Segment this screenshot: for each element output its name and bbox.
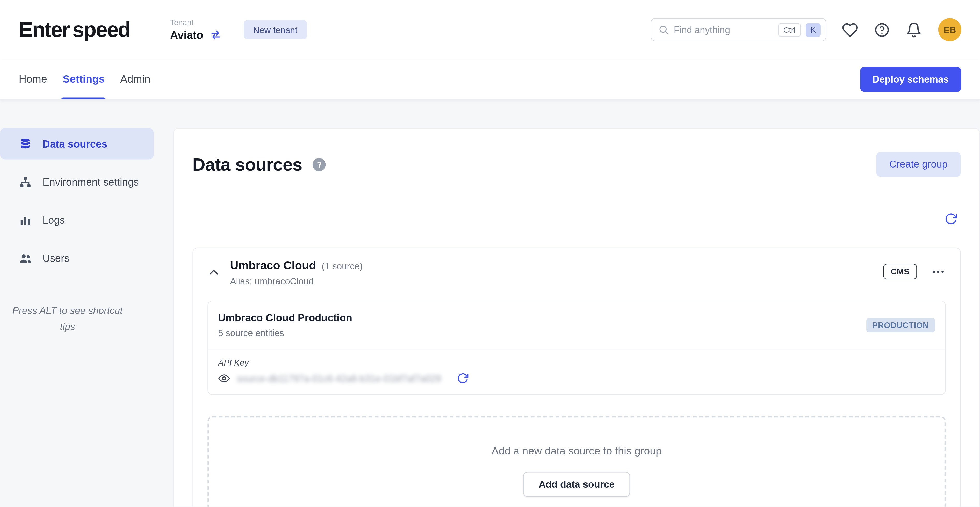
- group-alias: Alias: umbracoCloud: [230, 276, 363, 286]
- heart-icon: [842, 22, 858, 38]
- content-area: Data sources Environment settings: [0, 100, 980, 507]
- search-input[interactable]: [674, 24, 773, 35]
- sidebar-item-label: Users: [43, 252, 69, 264]
- page-title: Data sources: [192, 154, 302, 175]
- tenant-name: Aviato: [170, 29, 203, 42]
- sidebar-item-logs[interactable]: Logs: [0, 204, 154, 236]
- source-name: Umbraco Cloud Production: [218, 312, 352, 324]
- group-more-menu-icon[interactable]: [931, 264, 946, 279]
- sidebar-item-users[interactable]: Users: [0, 242, 154, 274]
- avatar[interactable]: EB: [938, 18, 961, 41]
- bar-chart-icon: [19, 213, 32, 227]
- sidebar-item-label: Data sources: [43, 138, 107, 150]
- reveal-api-key-icon[interactable]: [218, 372, 230, 384]
- shortcut-k-badge: K: [805, 23, 821, 37]
- logo-text-enter: Enter: [19, 17, 69, 41]
- shortcut-ctrl-badge: Ctrl: [778, 23, 800, 37]
- main-nav: Home Settings Admin Deploy schemas: [0, 59, 980, 100]
- users-icon: [19, 251, 32, 265]
- add-data-source-area: Add a new data source to this group Add …: [207, 416, 945, 507]
- data-source-card: Umbraco Cloud Production 5 source entiti…: [207, 300, 945, 395]
- api-key-value: source-db11797a-01c6-42a8-b31e-01bf7af7a…: [237, 373, 441, 384]
- sidebar-item-label: Logs: [43, 214, 65, 226]
- collapse-group-icon[interactable]: [207, 266, 220, 279]
- enterspeed-logo[interactable]: Enterspeed: [19, 17, 130, 42]
- add-data-source-prompt: Add a new data source to this group: [209, 445, 945, 457]
- favorites-button[interactable]: [842, 22, 858, 38]
- sidebar-item-data-sources[interactable]: Data sources: [0, 128, 154, 159]
- tab-home-label: Home: [19, 73, 47, 86]
- new-tenant-button[interactable]: New tenant: [244, 20, 307, 39]
- tab-settings-label: Settings: [63, 73, 105, 86]
- regenerate-api-key-icon[interactable]: [457, 372, 468, 384]
- sidebar-item-label: Environment settings: [43, 176, 139, 188]
- tenant-label: Tenant: [170, 18, 221, 27]
- logo-text-speed: speed: [73, 17, 130, 41]
- refresh-list-icon[interactable]: [945, 213, 958, 226]
- search-box[interactable]: Ctrl K: [651, 18, 826, 41]
- environment-badge: PRODUCTION: [866, 318, 935, 332]
- top-header: Enterspeed Tenant Aviato New tenant Ctrl…: [0, 0, 980, 59]
- group-name: Umbraco Cloud: [230, 259, 316, 272]
- tab-admin-label: Admin: [120, 73, 150, 86]
- bell-icon: [906, 22, 922, 38]
- tab-settings[interactable]: Settings: [63, 59, 105, 99]
- deploy-schemas-button[interactable]: Deploy schemas: [860, 67, 961, 92]
- group-type-badge: CMS: [883, 264, 917, 279]
- sidebar-item-environment-settings[interactable]: Environment settings: [0, 166, 154, 197]
- page-help-icon[interactable]: ?: [313, 158, 326, 171]
- database-icon: [19, 137, 32, 151]
- help-button[interactable]: [874, 22, 890, 38]
- notifications-button[interactable]: [906, 22, 922, 38]
- tab-admin[interactable]: Admin: [120, 59, 150, 99]
- sitemap-icon: [19, 175, 32, 189]
- add-data-source-button[interactable]: Add data source: [523, 472, 630, 497]
- create-group-button[interactable]: Create group: [876, 152, 961, 177]
- switch-tenant-icon[interactable]: [210, 29, 221, 40]
- api-key-label: API Key: [218, 358, 935, 367]
- settings-sidebar: Data sources Environment settings: [0, 100, 173, 335]
- tenant-switcher[interactable]: Tenant Aviato: [170, 18, 221, 42]
- search-icon: [658, 24, 669, 35]
- data-sources-panel: Data sources ? Create group: [173, 128, 980, 507]
- tab-home[interactable]: Home: [19, 59, 47, 99]
- data-source-group-card: Umbraco Cloud (1 source) Alias: umbracoC…: [192, 248, 961, 507]
- shortcut-tip: Press ALT to see shortcut tips: [8, 302, 127, 335]
- group-source-count: (1 source): [322, 261, 363, 271]
- source-entities-count: 5 source entities: [218, 328, 352, 338]
- question-circle-icon: [874, 22, 890, 38]
